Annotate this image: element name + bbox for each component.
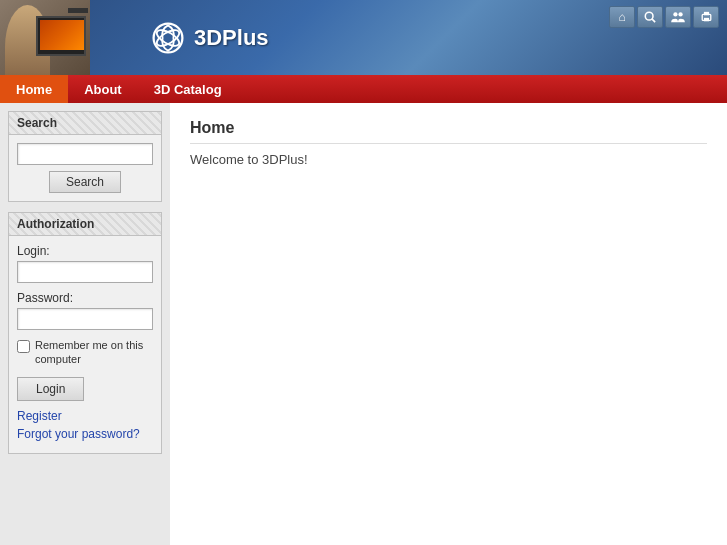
register-link[interactable]: Register bbox=[17, 409, 153, 423]
header-logo: 3DPlus bbox=[150, 20, 269, 56]
content-wrapper: Search Search Authorization Login: Passw… bbox=[0, 103, 727, 545]
print-toolbar-btn[interactable] bbox=[693, 6, 719, 28]
svg-line-4 bbox=[652, 19, 655, 22]
header: 3DPlus ⌂ bbox=[0, 0, 727, 75]
main-content: Home Welcome to 3DPlus! bbox=[170, 103, 727, 545]
svg-rect-9 bbox=[703, 18, 708, 21]
login-label: Login: bbox=[17, 244, 153, 258]
nav-about[interactable]: About bbox=[68, 75, 138, 103]
svg-point-3 bbox=[645, 12, 653, 20]
password-label: Password: bbox=[17, 291, 153, 305]
search-input[interactable] bbox=[17, 143, 153, 165]
remember-row: Remember me on this computer bbox=[17, 338, 153, 367]
login-button[interactable]: Login bbox=[17, 377, 84, 401]
search-button[interactable]: Search bbox=[49, 171, 121, 193]
svg-point-6 bbox=[678, 12, 682, 16]
users-toolbar-btn[interactable] bbox=[665, 6, 691, 28]
svg-rect-8 bbox=[703, 12, 708, 15]
search-toolbar-btn[interactable] bbox=[637, 6, 663, 28]
home-toolbar-btn[interactable]: ⌂ bbox=[609, 6, 635, 28]
remember-checkbox[interactable] bbox=[17, 340, 30, 353]
search-section: Search Search bbox=[8, 111, 162, 202]
svg-point-5 bbox=[673, 12, 677, 16]
logo-text: 3DPlus bbox=[194, 25, 269, 51]
nav-3d-catalog[interactable]: 3D Catalog bbox=[138, 75, 238, 103]
svg-point-0 bbox=[154, 23, 183, 52]
remember-label: Remember me on this computer bbox=[35, 338, 153, 367]
nav-home[interactable]: Home bbox=[0, 75, 68, 103]
header-photo bbox=[0, 0, 90, 75]
password-input[interactable] bbox=[17, 308, 153, 330]
logo-icon bbox=[150, 20, 186, 56]
forgot-password-link[interactable]: Forgot your password? bbox=[17, 427, 153, 441]
login-input[interactable] bbox=[17, 261, 153, 283]
page-title: Home bbox=[190, 119, 707, 144]
navigation: Home About 3D Catalog bbox=[0, 75, 727, 103]
search-section-header: Search bbox=[9, 112, 161, 135]
sidebar: Search Search Authorization Login: Passw… bbox=[0, 103, 170, 545]
welcome-text: Welcome to 3DPlus! bbox=[190, 152, 707, 167]
auth-section-header: Authorization bbox=[9, 213, 161, 236]
header-toolbar: ⌂ bbox=[609, 6, 719, 28]
auth-section: Authorization Login: Password: Remember … bbox=[8, 212, 162, 454]
